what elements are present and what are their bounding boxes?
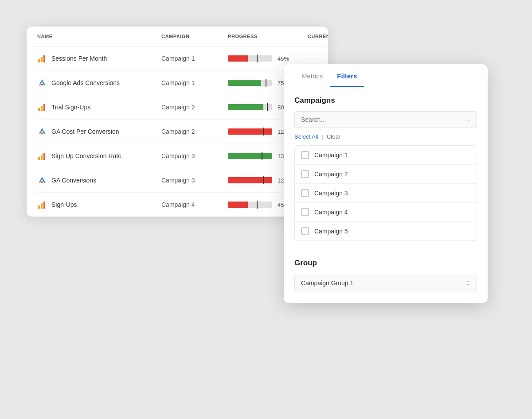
google-ads-icon <box>37 127 47 136</box>
campaign-list-item[interactable]: Campaign 1 <box>295 146 477 165</box>
campaign-list-label: Campaign 2 <box>314 171 348 178</box>
progress-marker <box>262 152 262 160</box>
tab-filters[interactable]: Filters <box>330 64 364 87</box>
bar-chart-icon <box>37 151 47 161</box>
metric-name: Sessions Per Month <box>51 55 107 62</box>
metric-name: GA Conversions <box>51 177 96 184</box>
group-title: Group <box>294 259 477 268</box>
progress-bar-fill <box>228 80 261 86</box>
svg-rect-15 <box>41 155 43 160</box>
campaign-checkbox[interactable] <box>301 227 309 235</box>
svg-rect-23 <box>43 202 45 209</box>
progress-marker <box>263 176 264 184</box>
progress-bar-container <box>228 55 272 62</box>
bar-chart-icon <box>37 54 47 63</box>
group-selected-value: Campaign Group 1 <box>301 279 353 287</box>
table-body: Sessions Per Month Campaign 1 45% Google… <box>27 47 328 217</box>
filter-content: Campaigns ⌵ Select All | Clear Campaign … <box>284 87 488 259</box>
campaign-list-label: Campaign 1 <box>314 151 348 159</box>
table-row: GA Cost Per Conversion Campaign 2 125% <box>37 120 317 144</box>
progress-bar-container <box>228 128 272 135</box>
campaign-cell: Campaign 2 <box>161 104 228 111</box>
col-campaign: CAMPAIGN <box>161 34 228 39</box>
table-row: Sign Up Conversion Rate Campaign 3 130% <box>37 144 317 168</box>
col-name: NAME <box>37 34 161 39</box>
progress-bar-fill <box>228 177 272 183</box>
progress-bar-container <box>228 153 272 159</box>
bar-chart-icon <box>37 102 47 112</box>
svg-rect-9 <box>43 104 45 111</box>
clear-button[interactable]: Clear <box>327 133 340 140</box>
campaign-search-input[interactable] <box>301 116 467 123</box>
campaign-list: Campaign 1 Campaign 2 Campaign 3 Campaig… <box>294 145 477 241</box>
name-cell: GA Cost Per Conversion <box>37 127 161 136</box>
campaign-checkbox[interactable] <box>301 170 309 178</box>
svg-rect-0 <box>38 59 40 62</box>
progress-bar-container <box>228 177 272 183</box>
google-ads-icon <box>37 175 47 185</box>
table-header: NAME CAMPAIGN PROGRESS CURRENT VALUE TAR… <box>27 27 328 47</box>
campaign-list-item[interactable]: Campaign 3 <box>295 184 477 203</box>
progress-bar-fill <box>228 104 263 110</box>
progress-bar-fill <box>228 55 248 62</box>
campaign-list-label: Campaign 3 <box>314 190 348 197</box>
svg-rect-21 <box>38 206 40 209</box>
filter-tabs: Metrics Filters <box>284 64 488 87</box>
progress-marker <box>257 54 258 62</box>
svg-rect-16 <box>43 153 45 160</box>
name-cell: Google Ads Conversions <box>37 78 161 88</box>
metric-name: Sign-Ups <box>51 201 77 208</box>
name-cell: Trial Sign-Ups <box>37 102 161 112</box>
svg-rect-20 <box>41 182 43 183</box>
campaign-list-item[interactable]: Campaign 2 <box>295 165 477 184</box>
progress-marker <box>257 201 258 209</box>
campaign-search-box[interactable]: ⌵ <box>294 111 477 128</box>
metric-name: GA Cost Per Conversion <box>51 128 119 135</box>
svg-rect-13 <box>41 133 43 134</box>
group-section: Group Campaign Group 1 <box>284 259 488 303</box>
svg-rect-22 <box>41 203 43 209</box>
svg-rect-6 <box>41 84 43 85</box>
group-select-dropdown[interactable]: Campaign Group 1 <box>294 274 477 292</box>
campaign-cell: Campaign 2 <box>161 128 228 135</box>
metric-name: Sign Up Conversion Rate <box>51 152 121 159</box>
metric-name: Trial Sign-Ups <box>51 104 90 111</box>
select-clear-row: Select All | Clear <box>294 133 477 140</box>
select-all-button[interactable]: Select All <box>294 133 318 140</box>
table-row: GA Conversions Campaign 3 125% <box>37 168 317 193</box>
filter-panel: Metrics Filters Campaigns ⌵ Select All |… <box>284 64 488 303</box>
campaign-cell: Campaign 1 <box>161 55 228 62</box>
tab-metrics[interactable]: Metrics <box>294 64 330 87</box>
progress-cell: 45% <box>228 55 308 62</box>
divider: | <box>321 133 323 140</box>
svg-rect-7 <box>38 108 40 111</box>
name-cell: GA Conversions <box>37 175 161 185</box>
table-row: Trial Sign-Ups Campaign 2 80% <box>37 95 317 120</box>
svg-rect-1 <box>41 57 43 62</box>
campaign-cell: Campaign 4 <box>161 201 228 208</box>
campaign-checkbox[interactable] <box>301 151 309 159</box>
bar-chart-icon <box>37 200 47 210</box>
progress-bar-container <box>228 104 272 110</box>
progress-bar-fill <box>228 153 272 159</box>
campaign-list-item[interactable]: Campaign 5 <box>295 222 477 241</box>
progress-marker <box>263 128 264 136</box>
campaign-list-label: Campaign 4 <box>314 209 348 216</box>
progress-bar-fill <box>228 128 272 135</box>
search-chevron-icon: ⌵ <box>467 116 470 123</box>
name-cell: Sign-Ups <box>37 200 161 210</box>
group-chevron-icon <box>466 280 470 286</box>
campaigns-section-title: Campaigns <box>294 96 477 105</box>
campaign-checkbox[interactable] <box>301 208 309 216</box>
campaign-list-item[interactable]: Campaign 4 <box>295 203 477 222</box>
main-table-panel: NAME CAMPAIGN PROGRESS CURRENT VALUE TAR… <box>27 27 328 217</box>
col-progress: PROGRESS <box>228 34 308 39</box>
campaign-list-label: Campaign 5 <box>314 228 348 235</box>
progress-bar-fill <box>228 202 248 208</box>
campaign-cell: Campaign 3 <box>161 152 228 159</box>
progress-bar-container <box>228 80 272 86</box>
google-ads-icon <box>37 78 47 88</box>
col-current-value: CURRENT VALUE <box>308 34 328 39</box>
campaign-checkbox[interactable] <box>301 189 309 197</box>
table-row: Sessions Per Month Campaign 1 45% <box>37 47 317 71</box>
